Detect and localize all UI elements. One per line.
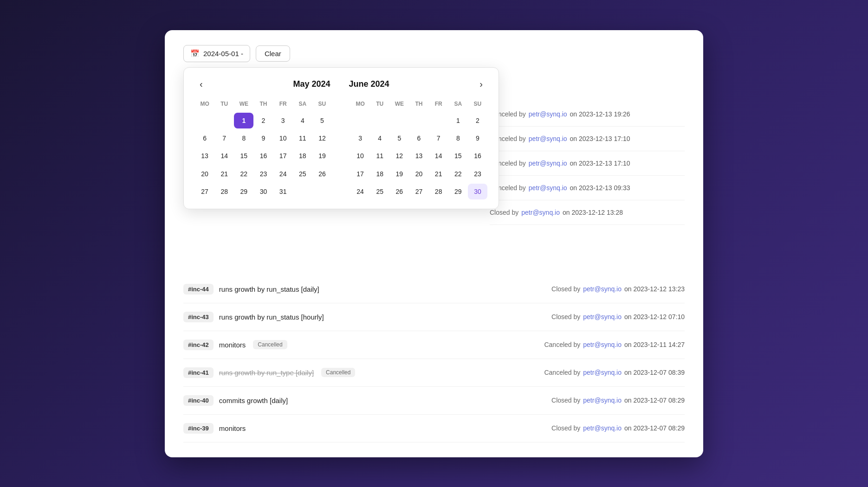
- may-day-14[interactable]: 14: [214, 148, 234, 164]
- june-tu: TU: [370, 99, 389, 109]
- may-day-18[interactable]: 18: [293, 148, 312, 164]
- incident-id-42[interactable]: #inc-42: [183, 340, 214, 350]
- may-day-21[interactable]: 21: [214, 166, 234, 182]
- may-day-2[interactable]: 2: [253, 113, 273, 128]
- june-day-27[interactable]: 27: [409, 184, 428, 199]
- may-day-26[interactable]: 26: [312, 166, 332, 182]
- incident-id-39[interactable]: #inc-39: [183, 423, 214, 434]
- june-day-6[interactable]: 6: [409, 130, 428, 146]
- may-day-7[interactable]: 7: [214, 130, 234, 146]
- may-day-11[interactable]: 11: [293, 130, 312, 146]
- user-39[interactable]: petr@synq.io: [583, 424, 622, 432]
- june-day-24[interactable]: 24: [350, 184, 370, 199]
- incident-right-41: Canceled by petr@synq.io on 2023-12-07 0…: [544, 369, 685, 376]
- may-day-20[interactable]: 20: [195, 166, 214, 182]
- header-row: 📅 2024-05-01 - Clear: [183, 45, 685, 62]
- incident-id-44[interactable]: #inc-44: [183, 284, 214, 295]
- table-row: #inc-41 runs growth by run_type [daily] …: [183, 359, 685, 387]
- may-day-24[interactable]: 24: [273, 166, 293, 182]
- may-day-12[interactable]: 12: [312, 130, 332, 146]
- action-43: Closed by: [551, 313, 580, 320]
- may-day-headers: MO TU WE TH FR SA SU: [195, 99, 332, 109]
- incident-name-43: runs growth by run_status [hourly]: [219, 313, 324, 321]
- top-user-1[interactable]: petr@synq.io: [529, 110, 567, 118]
- june-day-16[interactable]: 16: [468, 148, 487, 164]
- top-user-2[interactable]: petr@synq.io: [529, 135, 567, 142]
- may-day-1[interactable]: 1: [234, 113, 253, 128]
- top-user-3[interactable]: petr@synq.io: [529, 160, 567, 167]
- may-day-30[interactable]: 30: [253, 184, 273, 199]
- incident-left-43: #inc-43 runs growth by run_status [hourl…: [183, 312, 551, 322]
- date-43: on 2023-12-12 07:10: [624, 313, 685, 320]
- june-day-30[interactable]: 30: [468, 184, 487, 199]
- june-day-11[interactable]: 11: [370, 148, 389, 164]
- june-day-13[interactable]: 13: [409, 148, 428, 164]
- june-day-25[interactable]: 25: [370, 184, 389, 199]
- clear-button[interactable]: Clear: [256, 45, 290, 62]
- june-day-5[interactable]: 5: [389, 130, 409, 146]
- date-picker-button[interactable]: 📅 2024-05-01 -: [183, 45, 250, 62]
- may-day-25[interactable]: 25: [293, 166, 312, 182]
- may-day-5[interactable]: 5: [312, 113, 332, 128]
- may-day-15[interactable]: 15: [234, 148, 253, 164]
- may-day-8[interactable]: 8: [234, 130, 253, 146]
- june-day-19[interactable]: 19: [389, 166, 409, 182]
- user-40[interactable]: petr@synq.io: [583, 397, 622, 404]
- june-day-1[interactable]: 1: [448, 113, 468, 128]
- june-day-3[interactable]: 3: [350, 130, 370, 146]
- user-42[interactable]: petr@synq.io: [583, 341, 622, 348]
- incidents-list: #inc-44 runs growth by run_status [daily…: [183, 276, 685, 442]
- may-day-10[interactable]: 10: [273, 130, 293, 146]
- june-day-23[interactable]: 23: [468, 166, 487, 182]
- may-day-empty: [195, 113, 214, 128]
- may-day-27[interactable]: 27: [195, 184, 214, 199]
- june-day-29[interactable]: 29: [448, 184, 468, 199]
- may-day-16[interactable]: 16: [253, 148, 273, 164]
- may-day-28[interactable]: 28: [214, 184, 234, 199]
- june-day-10[interactable]: 10: [350, 148, 370, 164]
- table-row: #inc-40 commits growth [daily] Closed by…: [183, 387, 685, 415]
- june-day-20[interactable]: 20: [409, 166, 428, 182]
- user-41[interactable]: petr@synq.io: [583, 369, 622, 376]
- may-day-29[interactable]: 29: [234, 184, 253, 199]
- incident-id-43[interactable]: #inc-43: [183, 312, 214, 322]
- may-day-19[interactable]: 19: [312, 148, 332, 164]
- may-day-4[interactable]: 4: [293, 113, 312, 128]
- june-day-26[interactable]: 26: [389, 184, 409, 199]
- june-day-4[interactable]: 4: [370, 130, 389, 146]
- next-month-button[interactable]: ›: [475, 77, 487, 91]
- incident-id-41[interactable]: #inc-41: [183, 367, 214, 378]
- user-43[interactable]: petr@synq.io: [583, 313, 622, 320]
- june-day-17[interactable]: 17: [350, 166, 370, 182]
- june-day-2[interactable]: 2: [468, 113, 487, 128]
- incident-id-40[interactable]: #inc-40: [183, 395, 214, 406]
- user-44[interactable]: petr@synq.io: [583, 285, 622, 293]
- may-day-13[interactable]: 13: [195, 148, 214, 164]
- may-day-23[interactable]: 23: [253, 166, 273, 182]
- may-day-3[interactable]: 3: [273, 113, 293, 128]
- top-date-5: on 2023-12-12 13:28: [563, 209, 623, 216]
- june-day-14[interactable]: 14: [429, 148, 448, 164]
- top-incidents: Canceled by petr@synq.io on 2023-12-13 1…: [490, 102, 685, 225]
- june-day-8[interactable]: 8: [448, 130, 468, 146]
- june-day-7[interactable]: 7: [429, 130, 448, 146]
- top-user-4[interactable]: petr@synq.io: [529, 184, 567, 192]
- may-day-9[interactable]: 9: [253, 130, 273, 146]
- may-day-6[interactable]: 6: [195, 130, 214, 146]
- june-day-9[interactable]: 9: [468, 130, 487, 146]
- june-day-22[interactable]: 22: [448, 166, 468, 182]
- june-day-21[interactable]: 21: [429, 166, 448, 182]
- date-41: on 2023-12-07 08:39: [624, 369, 685, 376]
- may-sa: SA: [293, 99, 312, 109]
- june-day-12[interactable]: 12: [389, 148, 409, 164]
- top-user-5[interactable]: petr@synq.io: [521, 209, 560, 216]
- top-incident-row-2: Canceled by petr@synq.io on 2023-12-13 1…: [490, 127, 685, 151]
- june-day-15[interactable]: 15: [448, 148, 468, 164]
- june-day-28[interactable]: 28: [429, 184, 448, 199]
- prev-month-button[interactable]: ‹: [195, 77, 207, 91]
- may-day-31[interactable]: 31: [273, 184, 293, 199]
- may-day-22[interactable]: 22: [234, 166, 253, 182]
- june-day-18[interactable]: 18: [370, 166, 389, 182]
- may-day-17[interactable]: 17: [273, 148, 293, 164]
- action-44: Closed by: [551, 285, 580, 293]
